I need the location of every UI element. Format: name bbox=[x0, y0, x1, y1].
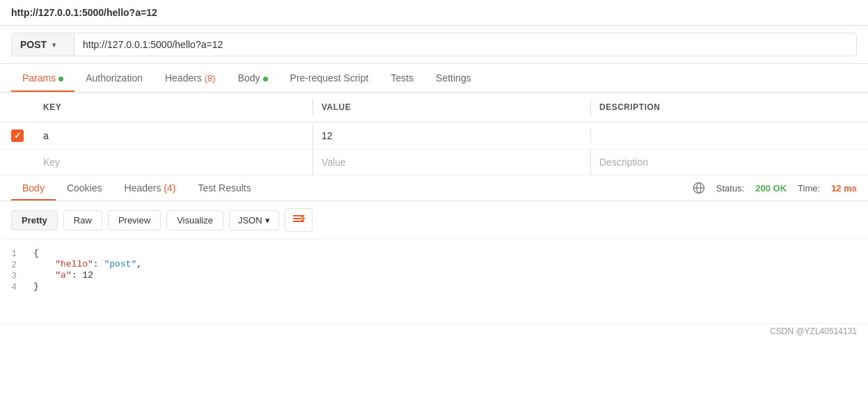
dropdown-chevron: ▾ bbox=[52, 41, 56, 49]
line-content-4: } bbox=[28, 281, 868, 292]
line-content-3: "a": 12 bbox=[28, 270, 868, 281]
request-tabs: Params Authorization Headers (8) Body Pr… bbox=[11, 64, 857, 92]
format-type-chevron: ▾ bbox=[265, 215, 270, 226]
tab-response-headers[interactable]: Headers (4) bbox=[113, 175, 187, 200]
params-table: KEY VALUE DESCRIPTION a 12 Key Value Des… bbox=[0, 93, 868, 175]
response-section: Body Cookies Headers (4) Test Results St… bbox=[0, 175, 868, 339]
wrap-icon bbox=[292, 213, 305, 224]
tab-settings[interactable]: Settings bbox=[425, 64, 482, 92]
tab-cookies[interactable]: Cookies bbox=[56, 175, 113, 200]
response-headers-badge: (4) bbox=[164, 182, 175, 194]
url-input[interactable] bbox=[74, 33, 856, 56]
url-title-section: http://127.0.0.1:5000/hello?a=12 bbox=[0, 0, 868, 26]
method-label: POST bbox=[20, 39, 47, 50]
tab-test-results[interactable]: Test Results bbox=[187, 175, 262, 200]
status-value: 200 OK bbox=[755, 183, 787, 194]
row2-checkbox-cell bbox=[0, 155, 35, 169]
col-value-header: VALUE bbox=[313, 98, 590, 116]
col-key-header: KEY bbox=[35, 98, 313, 116]
tab-pre-request[interactable]: Pre-request Script bbox=[279, 64, 380, 92]
line-content-2: "hello": "post", bbox=[28, 259, 868, 269]
headers-badge: (8) bbox=[205, 73, 216, 84]
tab-response-body[interactable]: Body bbox=[11, 175, 56, 200]
format-type-dropdown[interactable]: JSON ▾ bbox=[229, 210, 279, 230]
url-title: http://127.0.0.1:5000/hello?a=12 bbox=[11, 7, 157, 18]
table-header: KEY VALUE DESCRIPTION bbox=[0, 93, 868, 123]
wrap-button[interactable] bbox=[285, 208, 313, 232]
app-container: http://127.0.0.1:5000/hello?a=12 POST ▾ … bbox=[0, 0, 868, 339]
time-value: 12 ms bbox=[831, 183, 857, 194]
row1-value[interactable]: 12 bbox=[313, 123, 590, 148]
format-bar: Pretty Raw Preview Visualize JSON ▾ bbox=[0, 201, 868, 239]
format-pretty[interactable]: Pretty bbox=[11, 210, 58, 230]
line-num-2: 2 bbox=[0, 259, 28, 270]
code-section: 1 { 2 "hello": "post", 3 "a": 12 4 } bbox=[0, 239, 868, 323]
format-raw[interactable]: Raw bbox=[63, 210, 102, 230]
row1-checkbox-cell bbox=[0, 123, 35, 149]
tab-body[interactable]: Body bbox=[227, 64, 279, 92]
globe-icon bbox=[693, 182, 705, 194]
line-num-1: 1 bbox=[0, 248, 28, 259]
row1-checkbox[interactable] bbox=[11, 129, 24, 142]
request-bar: POST ▾ bbox=[11, 33, 857, 56]
table-row: a 12 bbox=[0, 123, 868, 150]
watermark-text: CSDN @YZL40514131 bbox=[770, 326, 857, 336]
line-num-3: 3 bbox=[0, 270, 28, 281]
tab-tests[interactable]: Tests bbox=[379, 64, 425, 92]
time-label: Time: bbox=[798, 183, 820, 194]
code-line-2: 2 "hello": "post", bbox=[0, 259, 868, 270]
status-label: Status: bbox=[716, 183, 744, 194]
response-tabs-bar: Body Cookies Headers (4) Test Results St… bbox=[0, 175, 868, 201]
table-row-placeholder: Key Value Description bbox=[0, 150, 868, 175]
row2-value[interactable]: Value bbox=[313, 150, 590, 175]
row1-key[interactable]: a bbox=[35, 123, 313, 148]
row1-description[interactable] bbox=[590, 129, 868, 143]
col-desc-header: DESCRIPTION bbox=[590, 98, 868, 116]
line-content-1: { bbox=[28, 248, 868, 258]
method-dropdown[interactable]: POST ▾ bbox=[12, 33, 74, 56]
request-tabs-section: Params Authorization Headers (8) Body Pr… bbox=[0, 64, 868, 93]
format-visualize[interactable]: Visualize bbox=[166, 210, 223, 230]
response-tabs: Body Cookies Headers (4) Test Results bbox=[11, 175, 693, 200]
watermark: CSDN @YZL40514131 bbox=[0, 323, 868, 339]
body-dot bbox=[263, 77, 268, 81]
row2-description[interactable]: Description bbox=[590, 150, 868, 175]
code-line-3: 3 "a": 12 bbox=[0, 270, 868, 281]
tab-headers[interactable]: Headers (8) bbox=[154, 64, 227, 92]
code-line-4: 4 } bbox=[0, 281, 868, 292]
col-checkbox-header bbox=[0, 98, 35, 116]
params-dot bbox=[58, 77, 63, 81]
tab-params[interactable]: Params bbox=[11, 64, 74, 92]
format-type-label: JSON bbox=[238, 215, 262, 226]
line-num-4: 4 bbox=[0, 281, 28, 292]
tab-authorization[interactable]: Authorization bbox=[74, 64, 154, 92]
response-status: Status: 200 OK Time: 12 ms bbox=[693, 182, 857, 194]
row2-key[interactable]: Key bbox=[35, 150, 313, 175]
format-preview[interactable]: Preview bbox=[108, 210, 161, 230]
request-bar-section: POST ▾ bbox=[0, 26, 868, 64]
code-line-1: 1 { bbox=[0, 248, 868, 259]
